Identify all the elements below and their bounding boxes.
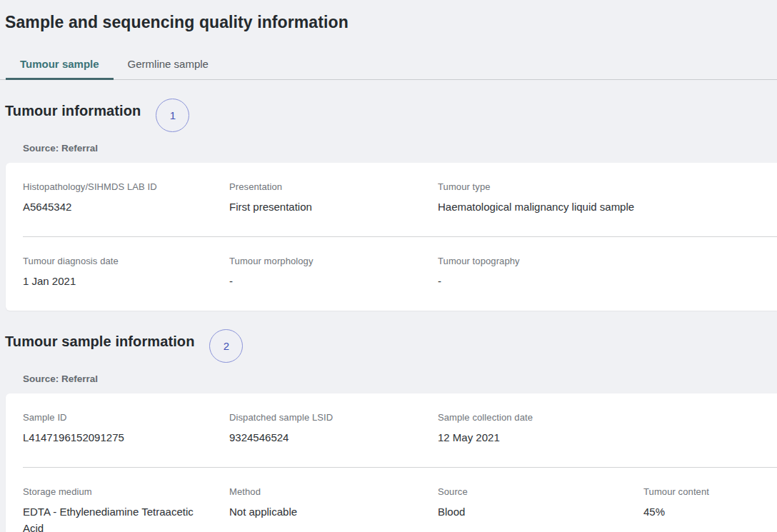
step-indicator-2: 2	[209, 329, 243, 363]
field-value: Blood	[438, 503, 631, 520]
field-value: 1 Jan 2021	[23, 273, 216, 289]
section-head: Tumour information 1	[0, 99, 777, 132]
page-header: Sample and sequencing quality informatio…	[0, 0, 777, 32]
field-label: Histopathology/SIHMDS LAB ID	[23, 181, 216, 192]
field-label: Tumour morphology	[229, 256, 425, 266]
field-value: Haematological malignancy liquid sample	[438, 199, 747, 215]
field-label: Tumour type	[438, 181, 747, 192]
field-value: Not applicable	[229, 503, 425, 520]
field-label: Storage medium	[23, 486, 216, 497]
field-label: Dispatched sample LSID	[229, 412, 425, 423]
field-value: -	[438, 273, 747, 289]
field-sample-collection-date: Sample collection date 12 May 2021	[438, 412, 760, 446]
card-row: Storage medium EDTA - Ethylenediamine Te…	[6, 468, 777, 532]
tab-germline-sample[interactable]: Germline sample	[114, 51, 223, 80]
field-label: Sample collection date	[438, 412, 747, 423]
field-tumour-content: Tumour content 45%	[643, 486, 760, 532]
field-label: Tumour topography	[438, 256, 747, 266]
field-label: Sample ID	[23, 412, 216, 423]
section-heading: Tumour information	[5, 101, 141, 120]
section-heading: Tumour sample information	[5, 332, 194, 351]
section-head: Tumour sample information 2	[0, 329, 777, 363]
field-storage-medium: Storage medium EDTA - Ethylenediamine Te…	[23, 486, 229, 532]
field-label: Method	[229, 486, 425, 497]
step-number: 2	[224, 340, 229, 352]
card-row: Tumour diagnosis date 1 Jan 2021 Tumour …	[6, 237, 777, 311]
field-tumour-type: Tumour type Haematological malignancy li…	[438, 181, 760, 215]
tumour-information-card: Histopathology/SIHMDS LAB ID A5645342 Pr…	[6, 163, 777, 311]
page-title: Sample and sequencing quality informatio…	[5, 12, 771, 32]
field-value: 12 May 2021	[438, 429, 747, 446]
field-dispatched-sample-lsid: Dispatched sample LSID 9324546524	[229, 412, 438, 446]
field-value: 45%	[643, 503, 747, 520]
field-value: First presentation	[229, 199, 425, 215]
step-indicator-1: 1	[156, 99, 189, 132]
field-method: Method Not applicable	[229, 486, 438, 532]
field-presentation: Presentation First presentation	[229, 181, 438, 215]
field-tumour-morphology: Tumour morphology -	[229, 256, 438, 289]
field-tumour-topography: Tumour topography -	[438, 256, 760, 289]
tab-tumour-sample[interactable]: Tumour sample	[6, 51, 114, 80]
card-row: Sample ID L4147196152091275 Dispatched s…	[6, 393, 777, 467]
step-number: 1	[170, 109, 176, 121]
field-value: L4147196152091275	[23, 429, 216, 446]
field-value: EDTA - Ethylenediamine Tetraacetic Acid	[23, 503, 216, 532]
section-tumour-sample-information: Tumour sample information 2 Source: Refe…	[0, 329, 777, 532]
field-source: Source Blood	[438, 486, 643, 532]
source-label: Source: Referral	[23, 373, 777, 384]
section-tumour-information: Tumour information 1 Source: Referral Hi…	[0, 99, 777, 311]
tumour-sample-information-card: Sample ID L4147196152091275 Dispatched s…	[6, 393, 777, 532]
field-label: Presentation	[229, 181, 425, 192]
field-label: Tumour diagnosis date	[23, 256, 216, 266]
card-row: Histopathology/SIHMDS LAB ID A5645342 Pr…	[6, 163, 777, 236]
field-label: Source	[438, 486, 631, 497]
field-sample-id: Sample ID L4147196152091275	[23, 412, 229, 446]
field-value: -	[229, 273, 425, 289]
source-label: Source: Referral	[23, 143, 777, 154]
field-tumour-diagnosis-date: Tumour diagnosis date 1 Jan 2021	[23, 256, 229, 289]
field-value: A5645342	[23, 199, 216, 215]
tab-bar: Tumour sample Germline sample	[0, 51, 777, 80]
field-value: 9324546524	[229, 429, 425, 446]
field-label: Tumour content	[643, 486, 747, 497]
field-histopathology-lab-id: Histopathology/SIHMDS LAB ID A5645342	[23, 181, 229, 215]
